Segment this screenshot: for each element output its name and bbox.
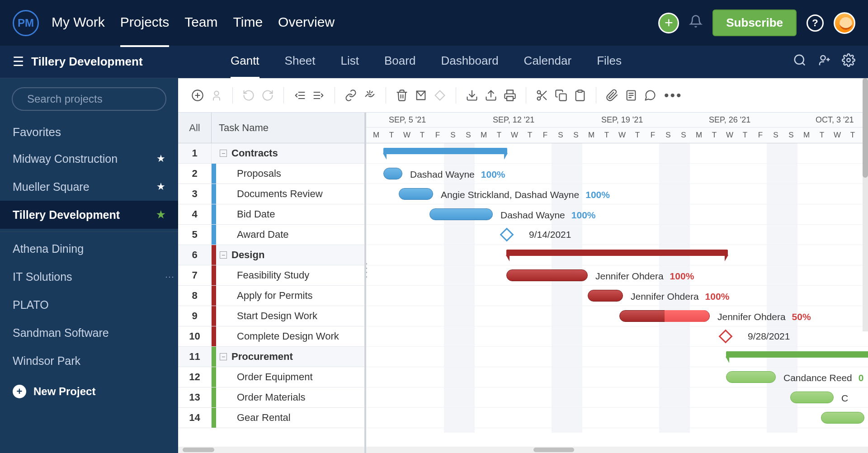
- star-icon[interactable]: ★: [156, 181, 165, 193]
- timeline-body[interactable]: Dashad Wayne100%Angie Strickland, Dashad…: [366, 143, 868, 433]
- nav-my-work[interactable]: My Work: [52, 0, 105, 47]
- tab-dashboard[interactable]: Dashboard: [441, 45, 498, 79]
- gantt-summary-bar[interactable]: [506, 250, 728, 256]
- gantt-task-bar[interactable]: Jennifer Ohdera100%: [588, 290, 623, 302]
- collapse-icon[interactable]: −: [220, 150, 227, 157]
- sidebar-item-athena-dining[interactable]: Athena Dining: [0, 235, 178, 263]
- sidebar-item-plato[interactable]: PLATO: [0, 291, 178, 319]
- timeline-hscroll-thumb[interactable]: [533, 448, 574, 452]
- sidebar-resize-handle[interactable]: ⋮: [165, 273, 175, 282]
- nav-time[interactable]: Time: [233, 0, 263, 47]
- right-vscroll[interactable]: [863, 78, 868, 331]
- grid-hscroll-thumb[interactable]: [183, 448, 214, 452]
- search-icon[interactable]: [793, 53, 807, 70]
- gantt-task-bar[interactable]: Dashad Wayne100%: [429, 208, 493, 220]
- gantt-row: [366, 245, 868, 265]
- gantt-task-bar[interactable]: C: [790, 392, 834, 403]
- gantt-task-bar[interactable]: Candance Reed0: [726, 371, 776, 383]
- table-row[interactable]: 4Bid Date: [178, 204, 364, 225]
- cut-icon[interactable]: [533, 87, 551, 104]
- tab-board[interactable]: Board: [384, 45, 415, 79]
- gantt-task-bar[interactable]: Angie Strickland, Dashad Wayne100%: [399, 188, 433, 200]
- add-button[interactable]: +: [658, 13, 679, 33]
- tab-gantt[interactable]: Gantt: [231, 45, 259, 79]
- sidebar-item-mueller-square[interactable]: Mueller Square★: [0, 173, 178, 201]
- nav-overview[interactable]: Overview: [278, 0, 335, 47]
- right-vscroll-thumb[interactable]: [863, 78, 868, 178]
- new-project-button[interactable]: + New Project: [0, 375, 178, 408]
- table-row[interactable]: 7Feasibility Study: [178, 265, 364, 286]
- attachment-icon[interactable]: [604, 87, 621, 104]
- more-icon[interactable]: •••: [660, 88, 686, 103]
- search-box[interactable]: [12, 87, 166, 111]
- add-task-icon[interactable]: [189, 87, 206, 104]
- table-row[interactable]: 10Complete Design Work: [178, 326, 364, 347]
- add-user-icon[interactable]: [817, 53, 831, 70]
- milestone-icon[interactable]: [718, 329, 732, 343]
- copy-icon[interactable]: [552, 87, 570, 104]
- gantt-task-bar[interactable]: Jennifer Ohdera50%: [619, 310, 710, 322]
- gantt-task-bar[interactable]: Dashad Wayne100%: [383, 168, 402, 179]
- notes-icon[interactable]: [623, 87, 640, 104]
- gantt-summary-bar[interactable]: [383, 148, 507, 154]
- sidebar-item-windsor-park[interactable]: Windsor Park: [0, 347, 178, 375]
- comment-icon[interactable]: [642, 87, 659, 104]
- star-icon[interactable]: ★: [156, 153, 165, 165]
- import-icon[interactable]: [463, 87, 481, 104]
- tab-list[interactable]: List: [341, 45, 359, 79]
- sidebar-item-midway-construction[interactable]: Midway Construction★: [0, 145, 178, 173]
- delete-icon[interactable]: [393, 87, 410, 104]
- table-row[interactable]: 14Gear Rental: [178, 408, 364, 428]
- day-label: F: [647, 131, 658, 140]
- secondary-nav: ☰ Tillery Development GanttSheetListBoar…: [0, 46, 868, 78]
- user-avatar[interactable]: [834, 12, 855, 34]
- envelope-icon[interactable]: [412, 87, 429, 104]
- table-row[interactable]: 8Apply for Permits: [178, 286, 364, 306]
- print-icon[interactable]: [501, 87, 519, 104]
- milestone-icon[interactable]: [500, 227, 514, 241]
- col-name-header[interactable]: Task Name: [212, 113, 364, 143]
- notifications-icon[interactable]: [689, 14, 703, 31]
- export-icon[interactable]: [482, 87, 500, 104]
- logo[interactable]: PM: [13, 10, 39, 36]
- table-row[interactable]: 5Award Date: [178, 225, 364, 245]
- table-row[interactable]: 11−Procurement: [178, 347, 364, 367]
- sidebar-item-label: PLATO: [13, 298, 49, 311]
- collapse-icon[interactable]: −: [220, 251, 227, 259]
- sidebar-item-sandman-software[interactable]: Sandman Software: [0, 319, 178, 347]
- tab-files[interactable]: Files: [597, 45, 622, 79]
- star-icon[interactable]: ★: [156, 209, 165, 221]
- nav-team[interactable]: Team: [184, 0, 217, 47]
- tab-sheet[interactable]: Sheet: [285, 45, 316, 79]
- row-color-bar: [212, 408, 216, 428]
- link-icon[interactable]: [342, 87, 359, 104]
- search-input[interactable]: [27, 93, 162, 105]
- table-row[interactable]: 13Order Materials: [178, 387, 364, 408]
- menu-icon[interactable]: ☰: [13, 54, 24, 69]
- bar-percent: 100%: [481, 169, 505, 180]
- collapse-icon[interactable]: −: [220, 353, 227, 360]
- unlink-icon[interactable]: [361, 87, 378, 104]
- gantt-task-bar[interactable]: [821, 412, 864, 424]
- table-row[interactable]: 9Start Design Work: [178, 306, 364, 326]
- outdent-icon[interactable]: [291, 87, 308, 104]
- col-all-header[interactable]: All: [178, 113, 212, 143]
- gantt-task-bar[interactable]: Jennifer Ohdera100%: [506, 269, 588, 281]
- help-icon[interactable]: ?: [807, 14, 824, 32]
- sidebar-item-tillery-development[interactable]: Tillery Development★: [0, 201, 178, 229]
- indent-icon[interactable]: [310, 87, 327, 104]
- paste-icon[interactable]: [571, 87, 589, 104]
- table-row[interactable]: 2Proposals: [178, 164, 364, 184]
- grid-hscroll[interactable]: [178, 447, 364, 453]
- nav-projects[interactable]: Projects: [120, 0, 169, 47]
- table-row[interactable]: 3Documents Review: [178, 184, 364, 204]
- gantt-summary-bar[interactable]: [726, 351, 868, 358]
- table-row[interactable]: 6−Design: [178, 245, 364, 265]
- sidebar-item-it-solutions[interactable]: IT Solutions: [0, 263, 178, 291]
- subscribe-button[interactable]: Subscribe: [712, 9, 797, 36]
- tab-calendar[interactable]: Calendar: [524, 45, 572, 79]
- table-row[interactable]: 1−Contracts: [178, 143, 364, 164]
- timeline-hscroll[interactable]: [366, 447, 868, 453]
- table-row[interactable]: 12Order Equipment: [178, 367, 364, 387]
- settings-icon[interactable]: [842, 53, 855, 70]
